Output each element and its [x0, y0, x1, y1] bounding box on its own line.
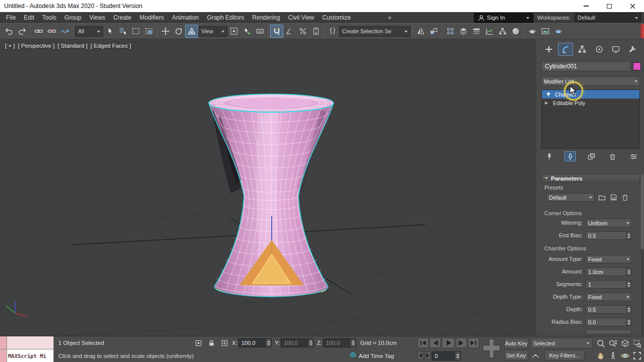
tab-motion[interactable]: [592, 43, 607, 56]
expand-arrow-icon[interactable]: ▶: [545, 101, 550, 105]
spinner-snap-toggle[interactable]: [309, 25, 323, 38]
tab-display[interactable]: [608, 43, 623, 56]
menu-customize[interactable]: Customize: [318, 12, 355, 23]
menu-modifiers[interactable]: Modifiers: [135, 12, 168, 23]
redo-button[interactable]: [16, 25, 29, 38]
menu-file[interactable]: File: [2, 12, 20, 23]
toggle-layer-explorer-button[interactable]: [457, 25, 470, 38]
tab-modify[interactable]: [558, 43, 573, 56]
auto-key-button[interactable]: Auto Key: [504, 338, 528, 348]
align-button[interactable]: [427, 25, 440, 38]
key-mode-toggle-icon[interactable]: [482, 338, 501, 360]
menu-civil-view[interactable]: Civil View: [284, 12, 318, 23]
set-key-button[interactable]: Set Key: [504, 350, 528, 360]
spinner-arrows-icon[interactable]: [626, 318, 631, 326]
pan-view-button[interactable]: [595, 349, 607, 361]
amount-type-dropdown[interactable]: Fixed: [586, 255, 632, 263]
play-animation-button[interactable]: [442, 338, 455, 348]
menu-views[interactable]: Views: [85, 12, 109, 23]
rectangular-selection-region-button[interactable]: [129, 25, 142, 38]
bind-to-space-warp-button[interactable]: [58, 25, 71, 38]
select-and-move-button[interactable]: [159, 25, 172, 38]
reference-coordinate-system-dropdown[interactable]: View: [198, 26, 227, 37]
zoom-region-button[interactable]: [631, 337, 643, 349]
next-key-button[interactable]: [425, 351, 431, 359]
modifier-stack-row-editable-poly[interactable]: ▶ Editable Poly: [542, 99, 639, 107]
key-mode-dropdown[interactable]: Selected: [530, 338, 593, 348]
select-and-rotate-button[interactable]: [172, 25, 185, 38]
show-end-result-toggle[interactable]: [565, 151, 576, 161]
spinner-arrows-icon[interactable]: [308, 339, 313, 347]
select-by-name-button[interactable]: [116, 25, 129, 38]
viewport-shading-menu[interactable]: [ Edged Faces ]: [91, 43, 131, 49]
maximize-viewport-toggle[interactable]: [631, 349, 643, 361]
tab-utilities[interactable]: [625, 43, 640, 56]
use-pivot-point-center-button[interactable]: [227, 25, 240, 38]
zoom-all-button[interactable]: [607, 337, 619, 349]
undo-button[interactable]: [3, 25, 16, 38]
panel-scrollbar[interactable]: [641, 174, 643, 335]
spinner-arrows-icon[interactable]: [266, 339, 271, 347]
select-and-scale-button[interactable]: [185, 25, 198, 38]
maximize-button[interactable]: [598, 0, 621, 12]
tab-hierarchy[interactable]: [575, 43, 590, 56]
snap-toggle-3d[interactable]: 3: [270, 25, 283, 38]
depth-spinner[interactable]: 0.5: [586, 305, 632, 314]
previous-key-button[interactable]: [418, 351, 424, 359]
orbit-button[interactable]: [619, 349, 631, 361]
maxscript-macro-gutter[interactable]: [0, 336, 7, 349]
preset-dropdown[interactable]: Default: [546, 193, 595, 202]
zoom-button[interactable]: [595, 337, 607, 349]
load-preset-icon[interactable]: [598, 193, 606, 202]
maxscript-macro-line[interactable]: [7, 336, 54, 349]
z-coordinate-field[interactable]: 100.0: [323, 338, 356, 347]
unlink-selection-button[interactable]: [45, 25, 58, 38]
spinner-arrows-icon[interactable]: [350, 339, 356, 347]
material-editor-button[interactable]: [509, 25, 522, 38]
tab-create[interactable]: [541, 43, 556, 56]
menu-edit[interactable]: Edit: [20, 12, 38, 23]
x-coordinate-field[interactable]: 100.0: [238, 338, 272, 347]
make-unique-button[interactable]: [586, 151, 597, 161]
menu-graph-editors[interactable]: Graph Editors: [203, 12, 248, 23]
modifier-stack[interactable]: Chamfer ▶ Editable Poly: [541, 89, 640, 149]
menu-tools[interactable]: Tools: [38, 12, 60, 23]
spinner-arrows-icon[interactable]: [626, 281, 631, 288]
angle-snap-toggle[interactable]: [283, 25, 296, 38]
modifier-enable-bulb-icon[interactable]: [545, 91, 552, 98]
radius-bias-spinner[interactable]: 0.0: [586, 318, 632, 326]
maxscript-listener-line[interactable]: MAXScript Mi: [7, 349, 54, 362]
rendered-frame-window-button[interactable]: [539, 25, 552, 38]
render-production-button[interactable]: [552, 25, 565, 38]
next-frame-button[interactable]: [456, 338, 467, 348]
menu-overflow-chevron[interactable]: »: [384, 12, 395, 23]
current-frame-field[interactable]: 0: [432, 351, 461, 360]
default-tangents-button[interactable]: [530, 350, 540, 360]
select-and-manipulate-button[interactable]: [240, 25, 254, 38]
isolate-selection-toggle[interactable]: [193, 338, 203, 348]
absolute-offset-toggle[interactable]: [219, 338, 229, 348]
object-color-swatch[interactable]: [633, 62, 641, 70]
add-time-tag[interactable]: Add Time Tag: [359, 353, 394, 359]
object-name-field[interactable]: Cylinder001: [541, 61, 631, 71]
spinner-arrows-icon[interactable]: [626, 268, 631, 276]
mitering-dropdown[interactable]: Uniform: [586, 219, 632, 227]
delete-preset-icon[interactable]: [621, 193, 629, 202]
depth-type-dropdown[interactable]: Fixed: [586, 293, 632, 301]
viewport-render-preset-menu[interactable]: [ Standard ]: [57, 43, 87, 49]
amount-spinner[interactable]: 1.0cm: [586, 267, 632, 276]
end-bias-spinner[interactable]: 0.5: [586, 231, 632, 240]
save-preset-icon[interactable]: [609, 193, 618, 202]
walk-through-button[interactable]: [607, 349, 619, 361]
segments-spinner[interactable]: 1: [586, 280, 632, 289]
selection-filter-dropdown[interactable]: All: [75, 26, 103, 37]
y-coordinate-field[interactable]: 100.0: [281, 338, 314, 347]
key-filters-button[interactable]: Key Filters...: [544, 350, 585, 360]
viewport-pov-menu[interactable]: [ Perspective ]: [18, 43, 55, 49]
maxscript-listener-gutter[interactable]: [0, 349, 7, 362]
viewport-general-menu[interactable]: [ + ]: [5, 43, 15, 49]
go-to-start-button[interactable]: [418, 338, 429, 348]
mirror-button[interactable]: [414, 25, 427, 38]
curve-editor-button[interactable]: [483, 25, 496, 38]
minimize-button[interactable]: [575, 0, 598, 12]
